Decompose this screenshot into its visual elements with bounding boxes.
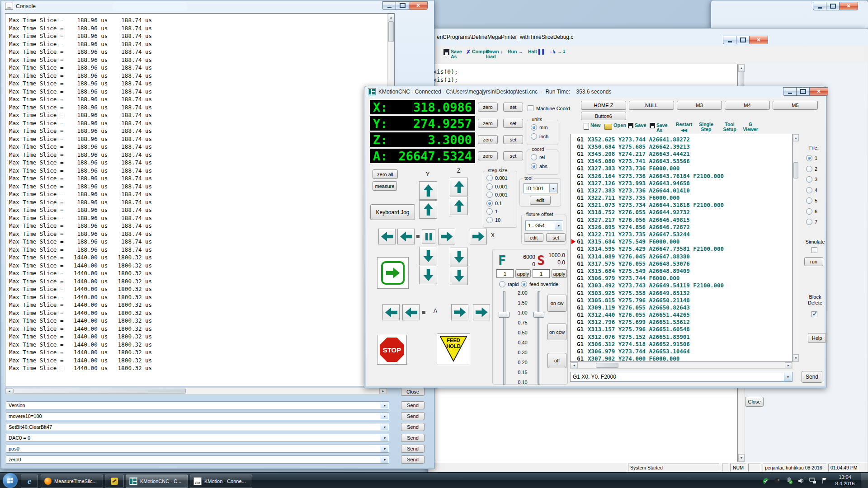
gcode-line[interactable]: G1X315.684 Y275.549 F6000.000 [571, 238, 792, 245]
jog-z-minus[interactable] [450, 248, 468, 266]
tool-combo[interactable]: ID 1001▼ [524, 183, 558, 193]
jog-a-plus[interactable] [451, 304, 468, 320]
gcode-line[interactable]: G1X306.979 Y273.744 A26653.10464 [571, 347, 792, 355]
gcode-line[interactable]: G1X314.595 Y275.429 A26647.73581 F2100.0… [571, 245, 792, 253]
taskbar-ie-button[interactable]: e [21, 474, 38, 488]
file-radio[interactable]: 6 [806, 208, 817, 215]
macro-button[interactable]: M3 [677, 101, 722, 110]
file-radio[interactable]: 3 [806, 176, 817, 183]
gcode-line[interactable]: G1X303.492 Y273.743 A26649.54119 F2100.0… [571, 282, 792, 289]
file-radio[interactable]: 5 [806, 197, 817, 204]
command-send-button[interactable]: Send [401, 445, 425, 453]
file-radio[interactable]: 7 [806, 219, 817, 225]
gcode-line[interactable]: G1X345.208 Y274.217 A26643.44421 [571, 150, 792, 157]
close-icon[interactable]: ✕ [409, 1, 428, 10]
spindle-slider-track[interactable] [538, 291, 540, 385]
close-icon[interactable]: ✕ [809, 87, 828, 96]
feed-slider-thumb[interactable] [499, 312, 509, 318]
step-size-radio[interactable]: 0.001 [486, 175, 508, 181]
gcode-line[interactable]: G1X321.073 Y273.734 A26644.31818 F2100.0… [571, 202, 792, 209]
taskbar-button-tool[interactable] [105, 474, 124, 488]
usb-device-icon[interactable] [786, 477, 793, 484]
file-radio[interactable]: 1 [806, 155, 817, 161]
command-combo[interactable]: SetBit46;ClearBit47▼ [6, 423, 389, 431]
gcode-line[interactable]: G1X352.625 Y273.744 A26641.88272 [571, 136, 792, 143]
gcode-line[interactable]: G1X327.383 Y273.736 A26644.01410 [571, 187, 792, 194]
feed-override-radio[interactable]: feed override [521, 281, 558, 287]
phone-status-icon[interactable] [762, 477, 769, 484]
minimize-button[interactable] [813, 2, 826, 10]
jog-pause-button[interactable] [422, 229, 435, 244]
set-button[interactable]: set [503, 151, 523, 160]
console-titlebar[interactable]: DM Console [1, 0, 434, 12]
command-send-button[interactable]: Send [401, 423, 425, 431]
macro-button[interactable]: M5 [773, 101, 818, 110]
spindle-off-button[interactable]: off [547, 353, 566, 368]
macro-button[interactable]: M4 [725, 101, 770, 110]
fixture-set-button[interactable]: set [546, 233, 566, 242]
maximize-button[interactable] [396, 1, 409, 10]
cnc-titlebar[interactable]: KMotionCNC - Connected - C:\Users\megajy… [364, 86, 826, 97]
gcode-line[interactable]: G1X305.815 Y275.796 A26650.21148 [571, 296, 792, 304]
block-delete-checkbox[interactable] [811, 311, 817, 317]
command-combo[interactable]: movere10=100▼ [6, 412, 389, 420]
spindle-on-ccw-button[interactable]: on ccw [547, 324, 566, 340]
command-send-button[interactable]: Send [401, 412, 425, 420]
show-desktop-button[interactable] [861, 473, 868, 488]
jog-x-minus[interactable] [397, 229, 415, 244]
file-radio[interactable]: 4 [806, 187, 817, 193]
gcode-line[interactable]: G1X322.711 Y273.735 A26647.53244 [571, 230, 792, 238]
run-button[interactable]: run [804, 257, 823, 266]
chevron-down-icon[interactable]: ▼ [381, 424, 388, 430]
console-close-button[interactable]: Close [401, 387, 425, 396]
stop-button[interactable]: STOP [377, 335, 407, 365]
gcode-line[interactable]: G1X327.383 Y273.736 F6000.000 [571, 165, 792, 172]
jog-x-minus-fast[interactable] [378, 229, 396, 244]
gcode-line[interactable]: G1X312.440 Y276.055 A26651.44265 [571, 311, 792, 319]
maximize-button[interactable] [736, 36, 749, 44]
gcode-line[interactable]: G1X326.895 Y274.856 A26646.72872 [571, 223, 792, 230]
go-button[interactable] [377, 257, 409, 289]
chevron-down-icon[interactable]: ▼ [555, 221, 562, 230]
button6[interactable]: Button6 [581, 112, 626, 120]
command-combo[interactable]: Version▼ [6, 401, 389, 409]
fixture-edit-button[interactable]: edit [524, 233, 543, 242]
set-button[interactable]: set [503, 103, 523, 112]
gcode-line[interactable]: G1X315.684 Y275.549 A26648.89409 [571, 267, 792, 274]
editor-halt-button[interactable]: Halt ▌▌ [528, 49, 546, 54]
maximize-button[interactable] [796, 87, 809, 96]
chevron-down-icon[interactable]: ▼ [381, 413, 388, 419]
fixture-combo[interactable]: 1 - G54▼ [525, 221, 563, 230]
chevron-down-icon[interactable]: ▼ [381, 435, 388, 441]
zero-button[interactable]: zero [478, 119, 498, 128]
step-size-radio[interactable]: 10 [486, 217, 508, 223]
jog-a-minus-fast[interactable] [382, 304, 400, 320]
file-radio[interactable]: 2 [806, 166, 817, 172]
gcode-restart-button[interactable]: Restart ◀◀ [676, 122, 692, 132]
machine-coord-checkbox[interactable] [528, 105, 533, 111]
console-output[interactable]: Max Time Slice = 188.96 us 188.74 usMax … [5, 13, 395, 386]
editor-download-button[interactable]: Download ↓ [486, 49, 503, 59]
jog-x-plus[interactable] [438, 229, 455, 244]
step-size-radio[interactable]: 1 [486, 208, 508, 215]
chevron-down-icon[interactable]: ▼ [784, 373, 792, 381]
editor-saveas-button[interactable]: SaveAs [443, 49, 462, 59]
command-send-button[interactable]: Send [401, 401, 425, 409]
set-button[interactable]: set [503, 119, 523, 128]
simulate-checkbox[interactable] [811, 247, 817, 253]
gcode-line[interactable]: G1X306.979 Y273.744 F6000.000 [571, 275, 792, 282]
step-size-radio[interactable]: 0.1 [486, 200, 508, 206]
spindle-apply-button[interactable]: apply [552, 269, 567, 278]
chevron-down-icon[interactable]: ▼ [381, 402, 388, 408]
macro-button[interactable]: NULL [629, 101, 674, 110]
taskbar-button-measuretimeslice[interactable]: MeasureTimeSlic... [41, 474, 103, 488]
chevron-down-icon[interactable]: ▼ [549, 184, 557, 192]
taskbar-button-kmotion[interactable]: DM KMotion - Conne... [190, 474, 252, 488]
gcode-line[interactable]: G1X322.711 Y273.735 F6000.000 [571, 194, 792, 202]
units-radio[interactable]: inch [531, 133, 548, 140]
speaker-icon[interactable] [797, 477, 805, 484]
command-combo[interactable]: pos0▼ [6, 445, 389, 453]
macro-button[interactable]: HOME Z [581, 101, 626, 110]
jog-x-plus-fast[interactable] [470, 229, 487, 244]
console-horizontal-scrollbar[interactable]: ◄ ► [5, 388, 387, 394]
